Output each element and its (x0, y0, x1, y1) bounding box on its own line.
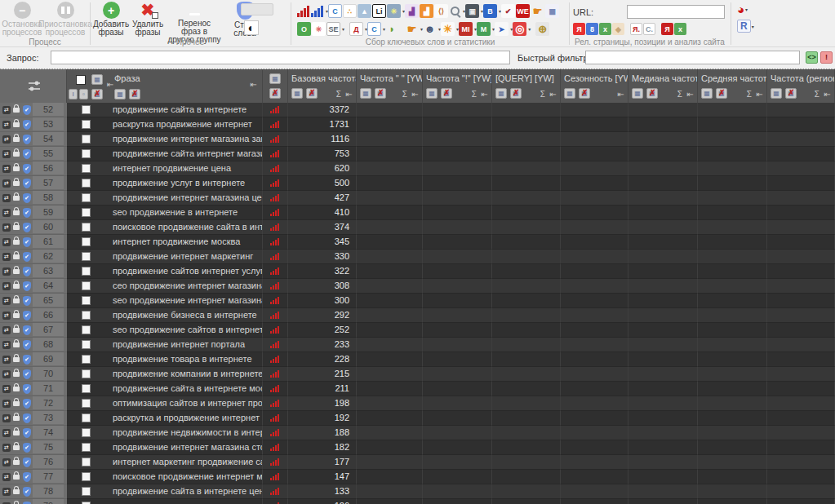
z-arrow-icon[interactable]: ➤ (495, 22, 509, 36)
hand2-icon[interactable]: ☛ (405, 22, 419, 36)
table-row[interactable]: ⇄ ✔ 58 продвижение интернет магазина цен… (0, 191, 835, 206)
refresh-icon[interactable]: ⇄ (2, 473, 11, 481)
column-header[interactable]: Частота " " [YW]▦▦✗Σ⇤ (357, 69, 423, 103)
sum-icon[interactable]: Σ (472, 90, 477, 99)
lock-icon[interactable] (13, 460, 20, 465)
shield-check-icon[interactable]: ✔ (23, 105, 31, 115)
phrase-cell[interactable]: интернет продвижение цена (67, 161, 263, 176)
refresh-icon[interactable]: ⇄ (2, 209, 11, 217)
bing-b-icon[interactable]: B (483, 4, 497, 18)
google-pos-icon[interactable]: C. (643, 23, 655, 35)
shield-check-icon[interactable]: ✔ (23, 281, 31, 291)
column-header[interactable]: Частота (регион▦▦✗Σ⇤ (767, 69, 835, 103)
filter-edit-icon[interactable]: ▦ (291, 88, 303, 99)
table-row[interactable]: ⇄ ✔ 64 сео продвижение интернет магазина… (0, 279, 835, 294)
row-checkbox[interactable] (82, 105, 91, 114)
pin-icon[interactable]: ⇤ (251, 80, 257, 89)
refresh-icon[interactable]: ⇄ (2, 356, 11, 364)
filter-clear-icon[interactable]: ▦✗ (91, 89, 103, 99)
phrase-cell[interactable]: раскрутка и продвижение интернет мага (67, 411, 263, 426)
refresh-icon[interactable]: ⇄ (2, 179, 11, 188)
row-checkbox[interactable] (82, 149, 91, 158)
refresh-icon[interactable]: ⇄ (2, 282, 11, 290)
refresh-icon[interactable]: ⇄ (2, 414, 11, 422)
phrase-cell[interactable]: заказать продвижение в интернете (67, 499, 263, 504)
row-checkbox[interactable] (82, 384, 91, 393)
lock-icon[interactable] (13, 489, 20, 494)
shield-check-icon[interactable]: ✔ (23, 355, 31, 365)
column-header[interactable]: Средняя частота▦▦✗Σ⇤ (698, 69, 767, 103)
row-checkbox[interactable] (82, 208, 91, 217)
lock-icon[interactable] (13, 357, 20, 362)
sum-icon[interactable]: Σ (747, 90, 752, 99)
calculator-icon[interactable]: ▦ (545, 4, 559, 18)
filter-clear-icon[interactable]: ▦✗ (785, 88, 797, 99)
phrase-cell[interactable]: раскрутка продвижение интернет (67, 117, 263, 132)
disabled-tool-button[interactable] (241, 3, 273, 15)
refresh-icon[interactable]: ⇄ (2, 165, 11, 173)
refresh-icon[interactable]: ⇄ (2, 400, 11, 408)
table-row[interactable]: ⇄ ✔ 67 seo продвижение сайтов в интернет… (0, 323, 835, 338)
delete-phrases-button[interactable]: ✖ Удалить фразы (130, 2, 166, 37)
lock-icon[interactable] (13, 181, 20, 186)
lock-icon[interactable] (13, 108, 20, 113)
spy-icon[interactable]: ☻ (423, 22, 437, 36)
lock-icon[interactable] (13, 401, 20, 406)
table-row[interactable]: ⇄ ✔ 65 seo продвижение интернет магазина… (0, 294, 835, 308)
table-row[interactable]: ⇄ ✔ 77 поисковое продвижение интернет ма… (0, 470, 835, 484)
stats-blue-bars-icon[interactable] (311, 6, 323, 17)
pin-icon[interactable]: ⇤ (757, 90, 763, 99)
row-checkbox[interactable] (82, 428, 91, 437)
lock-icon[interactable] (13, 137, 20, 142)
row-checkbox[interactable] (82, 369, 91, 378)
phrase-cell[interactable]: продвижение сайта в интернете (67, 103, 263, 117)
refresh-icon[interactable]: ⇄ (2, 488, 11, 496)
wordstat-o-icon[interactable]: O (297, 22, 311, 36)
row-checkbox[interactable] (82, 399, 91, 408)
phrase-cell[interactable]: поисковое продвижение интернет магаз (67, 470, 263, 484)
hand-icon[interactable]: ☛ (531, 4, 544, 18)
shield-check-icon[interactable]: ✔ (23, 237, 31, 247)
row-checkbox[interactable] (82, 296, 91, 305)
chart-purple-icon[interactable]: ▟ (405, 4, 419, 18)
row-checkbox[interactable] (82, 223, 91, 232)
phrase-cell[interactable]: продвижение сайта интернет магазина (67, 147, 263, 161)
table-row[interactable]: ⇄ ✔ 63 продвижение сайтов интернет услуг… (0, 264, 835, 279)
column-header[interactable]: Базовая частота▦▦✗Σ⇤ (288, 69, 357, 103)
row-checkbox[interactable] (82, 443, 91, 452)
table-row[interactable]: ⇄ ✔ 66 продвижение бизнеса в интернете 2… (0, 308, 835, 323)
phrase-cell[interactable]: seo продвижение в интернете (67, 206, 263, 220)
row-checkbox[interactable] (82, 340, 91, 349)
lock-icon[interactable] (13, 284, 20, 289)
stats-icon-column-header[interactable]: ▦ ▦✗ (263, 69, 288, 103)
mode-box-icon[interactable]: ▫ (79, 89, 88, 99)
table-row[interactable]: ⇄ ✔ 59 seo продвижение в интернете 410 (0, 206, 835, 220)
filter-clear-icon[interactable]: ▦✗ (510, 88, 522, 99)
phrase-cell[interactable]: продвижение интернет маркетинг (67, 250, 263, 264)
table-row[interactable]: ⇄ ✔ 52 продвижение сайта в интернете 337… (0, 103, 835, 117)
pin-icon[interactable]: ⇤ (550, 90, 557, 99)
mode-i-icon[interactable]: I (69, 89, 78, 99)
picture-icon[interactable]: ▲ (358, 4, 371, 18)
yandex-red-icon[interactable]: Я (573, 23, 585, 35)
lock-icon[interactable] (13, 298, 20, 303)
refresh-icon[interactable]: ⇄ (2, 458, 11, 466)
chart-orange-icon[interactable]: ▟ (420, 4, 433, 18)
filter-clear-icon[interactable]: ▦✗ (579, 88, 590, 99)
pin-icon[interactable]: ⇤ (618, 90, 624, 99)
refresh-icon[interactable]: ⇄ (2, 253, 11, 261)
refresh-icon[interactable]: ⇄ (2, 150, 11, 158)
table-row[interactable]: ⇄ ✔ 54 продвижение интернет магазина зак… (0, 132, 835, 147)
filter-edit-icon[interactable]: ▦ (91, 74, 103, 85)
column-header[interactable]: Частота "!" [YW]▦▦✗Σ⇤ (423, 69, 492, 103)
shield-check-icon[interactable]: ✔ (23, 399, 31, 409)
sum-icon[interactable]: Σ (677, 90, 682, 99)
refresh-icon[interactable]: ⇄ (2, 223, 11, 232)
table-row[interactable]: ⇄ ✔ 74 продвижение недвижимости в интерн… (0, 426, 835, 440)
pacman-icon[interactable]: ◕ (737, 3, 744, 15)
shield-check-icon[interactable]: ✔ (23, 179, 31, 188)
pin-icon[interactable]: ⇤ (412, 90, 419, 99)
lock-icon[interactable] (13, 254, 20, 259)
lock-icon[interactable] (13, 328, 20, 333)
sum-icon[interactable]: Σ (402, 90, 407, 99)
